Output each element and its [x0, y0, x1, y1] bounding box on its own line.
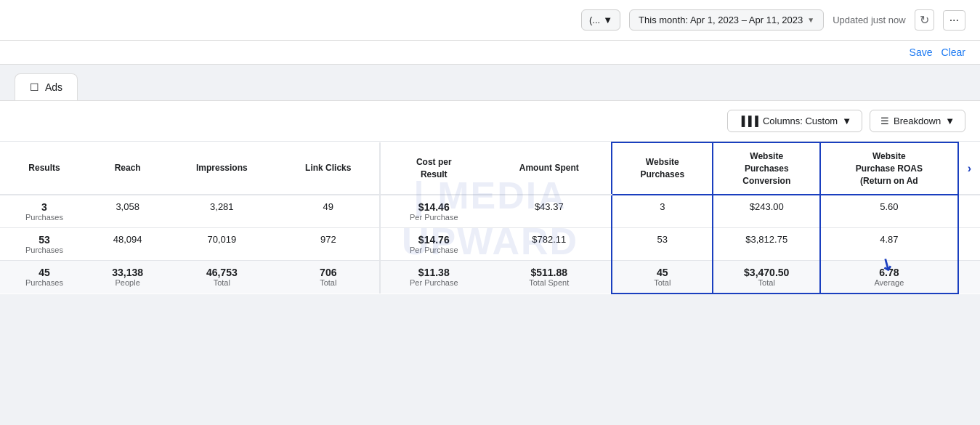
cell-impressions-2: 70,019 [166, 228, 277, 261]
cell-scroll-total [958, 261, 980, 294]
cell-scroll-2 [958, 228, 980, 261]
breakdown-button[interactable]: ☰ Breakdown ▼ [870, 110, 965, 132]
columns-icon: ▐▐▐ [738, 116, 758, 126]
cell-website-purchases-total: 45 Total [612, 261, 713, 294]
tab-icon: ☐ [30, 81, 39, 93]
cell-website-purchase-roas-2: 4.87 [820, 228, 958, 261]
cell-reach-total: 33,138 People [89, 261, 166, 294]
cell-cost-per-result-total: $11.38 Per Purchase [380, 261, 487, 294]
col-header-scroll[interactable]: › [958, 142, 980, 195]
cell-scroll-1 [958, 195, 980, 228]
date-range-button[interactable]: This month: Apr 1, 2023 – Apr 11, 2023 ▼ [629, 9, 824, 31]
data-table-wrapper: | MEDIAUPWARD Results Reach Impressions … [0, 142, 980, 294]
cell-impressions-1: 3,281 [166, 195, 277, 228]
breakdown-chevron-icon: ▼ [945, 116, 955, 126]
cell-amount-spent-2: $782.11 [487, 228, 612, 261]
refresh-icon: ↻ [920, 13, 929, 27]
date-chevron-icon: ▼ [807, 16, 814, 24]
cell-website-purchase-roas-total: 6.78 Average [820, 261, 958, 294]
breakdown-label: Breakdown [894, 116, 941, 126]
cell-link-clicks-1: 49 [277, 195, 380, 228]
table-row: 3 Purchases 3,058 3,281 49 $14.46 Per Pu… [0, 195, 980, 228]
updated-status: Updated just now [833, 15, 905, 25]
col-header-website-purchases: WebsitePurchases [612, 142, 713, 195]
cell-results-total: 45 Purchases [0, 261, 89, 294]
cell-website-purchases-conversion-2: $3,812.75 [713, 228, 820, 261]
table-header-row: Results Reach Impressions Link Clicks Co… [0, 142, 980, 195]
account-selector[interactable]: (... ▼ [581, 9, 620, 31]
cell-website-purchase-roas-1: 5.60 [820, 195, 958, 228]
updated-label: Updated just now [833, 15, 905, 25]
cell-results-2: 53 Purchases [0, 228, 89, 261]
cell-website-purchases-1: 3 [612, 195, 713, 228]
columns-label: Columns: Custom [763, 116, 838, 126]
col-header-results: Results [0, 142, 89, 195]
cell-results-1: 3 Purchases [0, 195, 89, 228]
col-header-amount-spent: Amount Spent [487, 142, 612, 195]
cell-link-clicks-total: 706 Total [277, 261, 380, 294]
cell-impressions-total: 46,753 Total [166, 261, 277, 294]
col-header-reach: Reach [89, 142, 166, 195]
cell-website-purchases-2: 53 [612, 228, 713, 261]
col-header-cost-per-result: Cost perResult [380, 142, 487, 195]
account-selector-label: (... [589, 15, 600, 25]
save-button[interactable]: Save [910, 46, 933, 58]
tabs-bar: ☐ Ads [0, 65, 980, 100]
tab-label: Ads [45, 81, 62, 93]
cell-reach-2: 48,094 [89, 228, 166, 261]
ads-table: Results Reach Impressions Link Clicks Co… [0, 142, 980, 294]
cell-reach-1: 3,058 [89, 195, 166, 228]
cell-link-clicks-2: 972 [277, 228, 380, 261]
cell-cost-per-result-1: $14.46 Per Purchase [380, 195, 487, 228]
col-header-website-purchase-roas: WebsitePurchase ROAS(Return on Ad [820, 142, 958, 195]
table-row: 53 Purchases 48,094 70,019 972 $14.76 Pe… [0, 228, 980, 261]
main-content: ▐▐▐ Columns: Custom ▼ ☰ Breakdown ▼ | ME… [0, 100, 980, 294]
col-header-website-purchases-conversion: WebsitePurchasesConversion [713, 142, 820, 195]
save-clear-bar: Save Clear [0, 41, 980, 65]
cell-website-purchases-conversion-total: $3,470.50 Total [713, 261, 820, 294]
col-header-impressions: Impressions [166, 142, 277, 195]
columns-button[interactable]: ▐▐▐ Columns: Custom ▼ [727, 110, 862, 132]
refresh-button[interactable]: ↻ [915, 9, 934, 31]
date-range-label: This month: Apr 1, 2023 – Apr 11, 2023 [639, 15, 803, 25]
cell-cost-per-result-2: $14.76 Per Purchase [380, 228, 487, 261]
columns-chevron-icon: ▼ [842, 116, 851, 126]
cell-amount-spent-total: $511.88 Total Spent [487, 261, 612, 294]
more-icon: ··· [949, 14, 959, 27]
toolbar-row: ▐▐▐ Columns: Custom ▼ ☰ Breakdown ▼ [0, 101, 980, 142]
table-row-total: 45 Purchases 33,138 People 46,753 Total … [0, 261, 980, 294]
more-options-button[interactable]: ··· [943, 10, 965, 31]
breakdown-icon: ☰ [880, 116, 889, 126]
cell-amount-spent-1: $43.37 [487, 195, 612, 228]
account-chevron-icon: ▼ [603, 15, 612, 25]
clear-button[interactable]: Clear [941, 46, 965, 58]
top-bar: (... ▼ This month: Apr 1, 2023 – Apr 11,… [0, 0, 980, 41]
col-header-link-clicks: Link Clicks [277, 142, 380, 195]
ads-tab[interactable]: ☐ Ads [15, 73, 78, 100]
cell-website-purchases-conversion-1: $243.00 [713, 195, 820, 228]
